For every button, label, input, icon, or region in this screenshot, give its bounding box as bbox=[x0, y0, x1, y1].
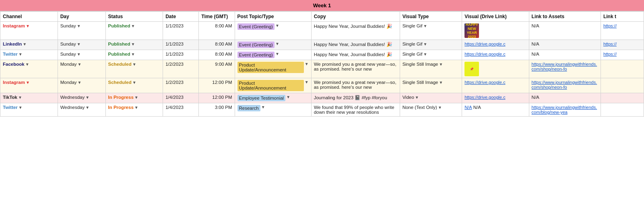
status-value: In Progress bbox=[108, 105, 134, 110]
col-header-assets: Link to Assets bbox=[529, 12, 601, 22]
cell-copy: Happy New Year, Journal Buddies! 🎉 bbox=[311, 40, 400, 50]
status-dropdown-arrow[interactable]: ▼ bbox=[134, 95, 138, 100]
channel-dropdown-arrow[interactable]: ▼ bbox=[18, 95, 22, 100]
visual-type-dropdown-arrow[interactable]: ▼ bbox=[415, 95, 419, 100]
visual-type-value: Video bbox=[402, 95, 414, 100]
visual-type-dropdown-arrow[interactable]: ▼ bbox=[423, 42, 427, 46]
time-value: 12:00 PM bbox=[212, 80, 232, 85]
day-dropdown-arrow[interactable]: ▼ bbox=[77, 42, 81, 46]
topic-dropdown-arrow[interactable]: ▼ bbox=[305, 62, 309, 66]
copy-value: We promised you a great new year—so, as … bbox=[314, 80, 396, 90]
visual-drive-link[interactable]: https://drive.google.c bbox=[464, 95, 506, 100]
copy-value: Happy New Year, Journal Buddies! 🎉 bbox=[314, 24, 392, 29]
assets-link[interactable]: https://www.journalingwithfriends.com/sh… bbox=[532, 80, 597, 90]
visual-type-dropdown-arrow[interactable]: ▼ bbox=[438, 105, 442, 110]
cell-link-to: https:// bbox=[601, 22, 644, 40]
status-dropdown-arrow[interactable]: ▼ bbox=[131, 52, 135, 56]
topic-dropdown-arrow[interactable]: ▼ bbox=[275, 42, 279, 46]
visual-type-dropdown-arrow[interactable]: ▼ bbox=[423, 24, 427, 28]
cell-time: 3:00 PM bbox=[199, 103, 235, 117]
topic-value: Product Update/Announcement bbox=[237, 80, 304, 91]
cell-visual-link: https://drive.google.c bbox=[462, 50, 529, 60]
cell-visual-link: https://drive.google.c bbox=[462, 93, 529, 103]
cell-assets: N/A bbox=[529, 40, 601, 50]
cell-day: Wednesday ▼ bbox=[58, 103, 105, 117]
date-value: 1/2/2023 bbox=[165, 62, 184, 67]
date-value: 1/2/2023 bbox=[165, 80, 184, 85]
cell-link-to bbox=[601, 103, 644, 117]
day-value: Sunday bbox=[60, 42, 76, 46]
channel-name: Instagram bbox=[3, 23, 25, 28]
day-value: Sunday bbox=[60, 23, 76, 28]
channel-dropdown-arrow[interactable]: ▼ bbox=[25, 62, 29, 67]
assets-link[interactable]: https://www.journalingwithfriends.com/bl… bbox=[532, 105, 597, 115]
channel-dropdown-arrow[interactable]: ▼ bbox=[19, 105, 23, 110]
visual-type-value: Single Gif bbox=[402, 52, 423, 56]
topic-dropdown-arrow[interactable]: ▼ bbox=[275, 52, 279, 56]
channel-dropdown-arrow[interactable]: ▼ bbox=[23, 42, 27, 46]
table-row: Instagram ▼ Monday ▼ Scheduled ▼ 1/2/202… bbox=[0, 78, 644, 93]
copy-value: Journaling for 2023 📓 #fyp #foryou bbox=[314, 95, 387, 100]
col-header-visual-link: Visual (Drive Link) bbox=[462, 12, 529, 22]
visual-type-value: None (Text Only) bbox=[402, 105, 437, 110]
visual-type-value: Single Gif bbox=[402, 23, 423, 28]
table-row: Twitter ▼ Wednesday ▼ In Progress ▼ 1/4/… bbox=[0, 103, 644, 117]
status-dropdown-arrow[interactable]: ▼ bbox=[132, 62, 136, 67]
cell-visual-type: None (Text Only) ▼ bbox=[400, 103, 462, 117]
cell-day: Sunday ▼ bbox=[58, 50, 105, 60]
channel-dropdown-arrow[interactable]: ▼ bbox=[26, 24, 30, 28]
day-dropdown-arrow[interactable]: ▼ bbox=[77, 52, 81, 56]
visual-drive-link[interactable]: https://drive.google.c bbox=[464, 80, 506, 85]
day-dropdown-arrow[interactable]: ▼ bbox=[78, 80, 82, 85]
col-header-channel: Channel bbox=[0, 12, 58, 22]
thumbnail-neon: 📌 bbox=[464, 62, 479, 76]
copy-value: Happy New Year, Journal Buddies! 🎉 bbox=[314, 42, 392, 47]
topic-dropdown-arrow[interactable]: ▼ bbox=[261, 105, 265, 109]
cell-copy: Happy New Year, Journal Buddies! 🎉 bbox=[311, 50, 400, 60]
cell-channel: TikTok ▼ bbox=[0, 93, 58, 103]
day-dropdown-arrow[interactable]: ▼ bbox=[77, 24, 81, 28]
visual-type-dropdown-arrow[interactable]: ▼ bbox=[439, 62, 443, 67]
visual-drive-link[interactable]: N/A bbox=[464, 105, 472, 110]
cell-visual-link: https://drive.google.c bbox=[462, 78, 529, 93]
topic-dropdown-arrow[interactable]: ▼ bbox=[305, 80, 309, 84]
status-value: Published bbox=[108, 42, 130, 46]
cell-date: 1/4/2023 bbox=[163, 103, 199, 117]
assets-na: N/A bbox=[532, 42, 539, 46]
cell-link-to bbox=[601, 93, 644, 103]
visual-type-value: Single Still Image bbox=[402, 80, 438, 85]
status-dropdown-arrow[interactable]: ▼ bbox=[132, 80, 136, 85]
date-value: 1/1/2023 bbox=[165, 42, 184, 46]
cell-channel: Instagram ▼ bbox=[0, 22, 58, 40]
day-dropdown-arrow[interactable]: ▼ bbox=[78, 62, 82, 67]
visual-drive-link[interactable]: https://drive.google.c bbox=[464, 42, 506, 46]
topic-value: Employee Testimonial bbox=[237, 95, 286, 101]
cell-copy: We found that 99% of people who write do… bbox=[311, 103, 400, 117]
topic-value: Event (Greeting) bbox=[237, 42, 275, 48]
topic-dropdown-arrow[interactable]: ▼ bbox=[275, 23, 279, 28]
link-to-value[interactable]: https:// bbox=[603, 23, 617, 28]
status-dropdown-arrow[interactable]: ▼ bbox=[131, 42, 135, 46]
day-dropdown-arrow[interactable]: ▼ bbox=[85, 105, 89, 110]
status-dropdown-arrow[interactable]: ▼ bbox=[131, 24, 135, 28]
col-header-day: Day bbox=[58, 12, 105, 22]
visual-drive-link[interactable]: https://drive.google.c bbox=[464, 52, 506, 56]
visual-type-dropdown-arrow[interactable]: ▼ bbox=[423, 52, 427, 56]
link-to-value[interactable]: https:// bbox=[603, 42, 617, 46]
cell-status: Scheduled ▼ bbox=[105, 60, 163, 78]
link-to-value[interactable]: https:// bbox=[603, 52, 617, 56]
cell-time: 8:00 AM bbox=[199, 22, 235, 40]
cell-time: 12:00 PM bbox=[199, 93, 235, 103]
channel-dropdown-arrow[interactable]: ▼ bbox=[19, 52, 23, 56]
visual-type-dropdown-arrow[interactable]: ▼ bbox=[439, 80, 443, 85]
visual-link-na: N/A bbox=[473, 105, 481, 110]
channel-dropdown-arrow[interactable]: ▼ bbox=[26, 80, 30, 85]
col-header-status: Status bbox=[105, 12, 163, 22]
day-dropdown-arrow[interactable]: ▼ bbox=[85, 95, 89, 100]
assets-link[interactable]: https://www.journalingwithfriends.com/sh… bbox=[532, 62, 597, 71]
status-dropdown-arrow[interactable]: ▼ bbox=[134, 105, 138, 110]
cell-copy: We promised you a great new year—so, as … bbox=[311, 60, 400, 78]
topic-dropdown-arrow[interactable]: ▼ bbox=[286, 95, 290, 99]
topic-value: Research bbox=[237, 105, 260, 111]
cell-topic: Event (Greeting) ▼ bbox=[235, 22, 311, 40]
